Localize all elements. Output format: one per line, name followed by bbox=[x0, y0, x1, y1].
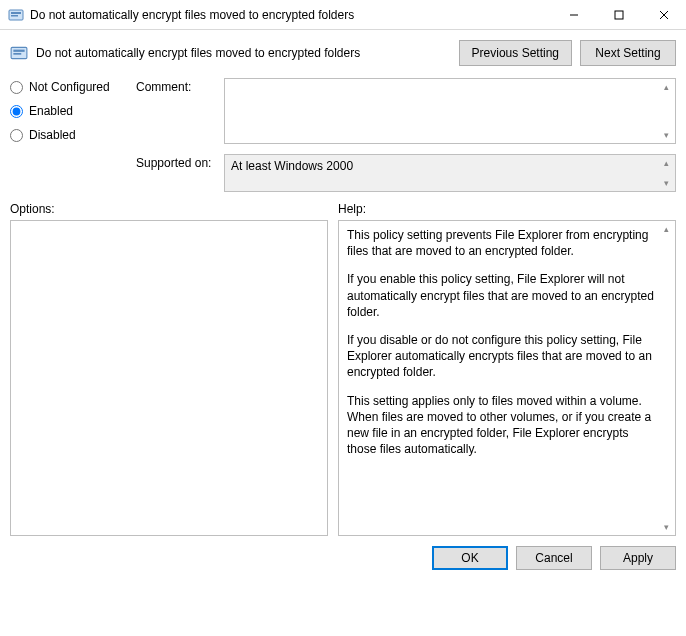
svg-rect-2 bbox=[11, 15, 18, 17]
supported-field: At least Windows 2000 ▴ ▾ bbox=[224, 154, 676, 192]
next-setting-button[interactable]: Next Setting bbox=[580, 40, 676, 66]
radio-enabled[interactable]: Enabled bbox=[10, 104, 130, 118]
help-text: This setting applies only to files moved… bbox=[347, 393, 657, 458]
radio-disabled-label: Disabled bbox=[29, 128, 76, 142]
supported-label: Supported on: bbox=[136, 154, 218, 170]
pane-labels: Options: Help: bbox=[0, 202, 686, 220]
ok-button[interactable]: OK bbox=[432, 546, 508, 570]
svg-rect-8 bbox=[13, 50, 24, 52]
header: Do not automatically encrypt files moved… bbox=[0, 30, 686, 72]
footer: OK Cancel Apply bbox=[0, 546, 686, 580]
policy-title: Do not automatically encrypt files moved… bbox=[36, 46, 451, 60]
scroll-down-icon[interactable]: ▾ bbox=[658, 520, 674, 534]
radio-not-configured-input[interactable] bbox=[10, 81, 23, 94]
config-area: Not Configured Enabled Disabled Comment:… bbox=[0, 72, 686, 202]
help-label: Help: bbox=[338, 202, 366, 216]
svg-rect-4 bbox=[615, 11, 623, 19]
options-label: Options: bbox=[10, 202, 328, 216]
titlebar: Do not automatically encrypt files moved… bbox=[0, 0, 686, 30]
previous-setting-button[interactable]: Previous Setting bbox=[459, 40, 572, 66]
comment-field[interactable]: ▴ ▾ bbox=[224, 78, 676, 144]
scroll-down-icon[interactable]: ▾ bbox=[658, 176, 674, 190]
supported-value: At least Windows 2000 bbox=[231, 159, 353, 173]
help-text: If you enable this policy setting, File … bbox=[347, 271, 657, 320]
apply-button[interactable]: Apply bbox=[600, 546, 676, 570]
policy-icon bbox=[10, 44, 28, 62]
maximize-button[interactable] bbox=[596, 0, 641, 30]
radio-enabled-input[interactable] bbox=[10, 105, 23, 118]
minimize-button[interactable] bbox=[551, 0, 596, 30]
help-text: If you disable or do not configure this … bbox=[347, 332, 657, 381]
policy-icon bbox=[8, 7, 24, 23]
state-radios: Not Configured Enabled Disabled bbox=[10, 78, 130, 142]
scroll-up-icon[interactable]: ▴ bbox=[658, 222, 674, 236]
radio-not-configured-label: Not Configured bbox=[29, 80, 110, 94]
help-pane: This policy setting prevents File Explor… bbox=[338, 220, 676, 536]
svg-rect-1 bbox=[11, 12, 21, 14]
scroll-up-icon[interactable]: ▴ bbox=[658, 156, 674, 170]
radio-not-configured[interactable]: Not Configured bbox=[10, 80, 130, 94]
radio-enabled-label: Enabled bbox=[29, 104, 73, 118]
options-pane bbox=[10, 220, 328, 536]
scroll-up-icon[interactable]: ▴ bbox=[658, 80, 674, 94]
panes: This policy setting prevents File Explor… bbox=[0, 220, 686, 546]
window-title: Do not automatically encrypt files moved… bbox=[30, 8, 551, 22]
scroll-down-icon[interactable]: ▾ bbox=[658, 128, 674, 142]
help-text: This policy setting prevents File Explor… bbox=[347, 227, 657, 259]
cancel-button[interactable]: Cancel bbox=[516, 546, 592, 570]
svg-rect-9 bbox=[13, 53, 21, 55]
close-button[interactable] bbox=[641, 0, 686, 30]
radio-disabled[interactable]: Disabled bbox=[10, 128, 130, 142]
comment-label: Comment: bbox=[136, 78, 218, 94]
radio-disabled-input[interactable] bbox=[10, 129, 23, 142]
